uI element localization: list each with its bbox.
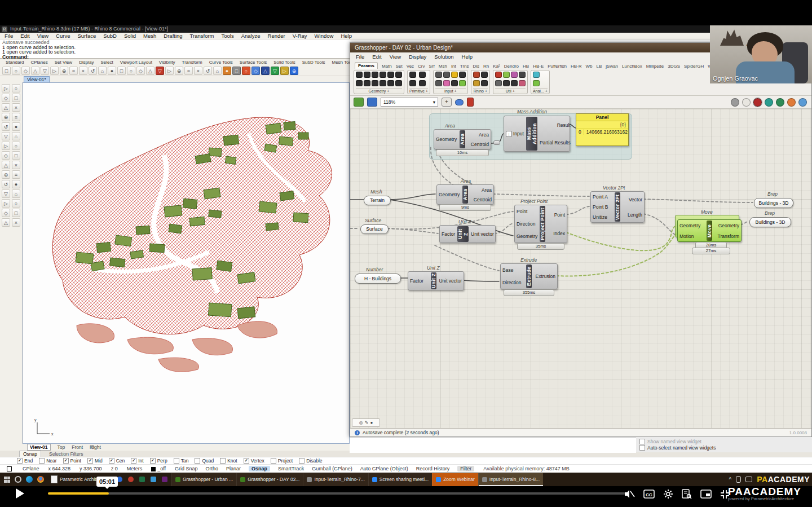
component-icon[interactable] [495, 72, 502, 78]
zoom-dynamic-icon[interactable]: ● [108, 67, 116, 75]
node-move[interactable]: GeometryMotion Move GeometryTransform [677, 219, 742, 242]
viewport-bottom-tab[interactable]: Front [72, 444, 83, 450]
osnap-checkbox[interactable]: Project [271, 458, 293, 464]
node-extrude[interactable]: BaseDirection Extrude Extrusion [500, 263, 558, 289]
rhino-toolbar-tab[interactable]: Surface Tools [240, 60, 267, 65]
port-input[interactable]: Geometry [679, 223, 700, 228]
object-snap-icon[interactable]: ↺ [204, 67, 212, 75]
rhino-toolbar-tab[interactable]: Set View [55, 60, 72, 65]
taskbar-button[interactable]: Grasshopper - Urban ... [171, 473, 236, 486]
port-output[interactable]: Index [553, 231, 565, 236]
port-input[interactable]: Unitize [593, 214, 607, 220]
palette-group-input[interactable]: Input + [433, 70, 468, 94]
rhino-menu-item[interactable]: Tools [222, 33, 234, 39]
port-input[interactable]: Geometry [517, 233, 537, 239]
grasshopper-category-tab[interactable]: Math [382, 64, 392, 69]
display-orange-icon[interactable] [787, 98, 796, 107]
viewport-bottom-tab[interactable]: Top [58, 444, 65, 450]
canvas-zoom-select[interactable]: 118%▾ [381, 98, 438, 107]
osnap-panel-tab[interactable]: Osnap [19, 451, 41, 457]
no-preview-icon[interactable] [731, 98, 739, 107]
osnap-checkbox[interactable]: ✓End [17, 458, 33, 464]
component-icon[interactable] [409, 80, 416, 86]
port-input[interactable]: Factor [442, 231, 455, 237]
taskbar-button[interactable]: Input-Terrain_Rhino-8... [478, 473, 543, 486]
component-icon[interactable] [443, 72, 450, 78]
component-icon[interactable] [356, 80, 363, 86]
component-icon[interactable] [451, 80, 458, 86]
component-icon[interactable] [533, 72, 540, 78]
port-output[interactable]: Vector [629, 197, 642, 202]
rhino-menu-item[interactable]: Render [268, 33, 285, 39]
search-icon[interactable] [14, 475, 23, 484]
hide-objects-icon[interactable]: ⊕ [175, 67, 183, 75]
component-icon[interactable] [379, 72, 386, 78]
status-toggle[interactable]: Ortho [206, 466, 219, 471]
component-icon[interactable] [481, 72, 488, 78]
rectangle-icon[interactable]: ⊕ [2, 113, 10, 121]
curve-tools-icon[interactable]: ↺ [2, 122, 10, 131]
color-wheel-icon[interactable]: ○ [242, 67, 250, 75]
grasshopper-category-tab[interactable]: LunchBox [622, 64, 642, 69]
grasshopper-category-tab[interactable]: Dis [473, 64, 480, 69]
visibility-icon[interactable]: ▷ [165, 67, 174, 75]
display-green-icon[interactable] [776, 98, 784, 107]
rotate-view-icon[interactable]: ◇ [136, 67, 145, 75]
rhino-menu-item[interactable]: V-Ray [293, 33, 307, 39]
polygon-icon[interactable]: ≡ [12, 113, 20, 121]
status-cplane[interactable]: CPlane [23, 466, 39, 471]
osnap-checkbox[interactable]: Near [39, 458, 56, 464]
rhino-toolbar-tab[interactable]: Transform [182, 60, 202, 65]
rhino-toolbar-tab[interactable]: Solid Tools [273, 60, 295, 65]
port-output[interactable]: Extrusion [536, 274, 555, 279]
grasshopper-category-tab[interactable]: Wb [585, 64, 592, 69]
compass-icon[interactable]: ◎ [359, 420, 363, 425]
progress-bar[interactable] [48, 492, 625, 495]
shaded-preview-icon[interactable] [753, 98, 762, 107]
component-icon[interactable] [519, 72, 526, 78]
chrome-icon[interactable] [36, 475, 45, 484]
display-blue-icon[interactable] [798, 98, 807, 107]
port-input[interactable]: Direction [502, 280, 522, 285]
chat-icon[interactable] [745, 477, 752, 482]
palette-group-anal-[interactable]: Anal... + [531, 70, 550, 94]
node-unit-z[interactable]: Factor Unit Z Unit vector [408, 271, 464, 290]
palette-group-util[interactable]: Util + [493, 70, 528, 94]
osnap-checkbox[interactable]: ✓Point [63, 458, 81, 464]
port-output[interactable]: Partial Results [540, 140, 571, 146]
component-icon[interactable] [533, 80, 540, 86]
wireframe-preview-icon[interactable] [742, 98, 751, 107]
port-output[interactable]: Centroid [471, 142, 489, 147]
play-button[interactable] [16, 488, 24, 499]
component-icon[interactable] [473, 80, 480, 86]
notification-icon[interactable] [126, 475, 135, 484]
earth-icon[interactable]: ▽ [271, 67, 279, 75]
sketch-pen-icon[interactable] [467, 98, 474, 107]
render-sphere-icon[interactable]: △ [261, 67, 270, 75]
display-car-icon[interactable]: ▽ [156, 67, 164, 75]
copy-icon[interactable]: ● [12, 180, 20, 188]
node-area-top[interactable]: Geometry Area AreaCentroid [434, 129, 491, 149]
component-icon[interactable] [395, 72, 402, 78]
join-icon[interactable]: ⊕ [2, 170, 10, 179]
component-icon[interactable] [372, 72, 378, 78]
rhino-menu-item[interactable]: Surface [77, 33, 96, 39]
status-toggle[interactable]: Auto CPlane (Object) [360, 466, 408, 471]
rhino-menu-item[interactable]: Drafting [164, 33, 182, 39]
grasshopper-category-tab[interactable]: Dendro [504, 64, 519, 69]
param-h-buildings[interactable]: H - Buildings [355, 274, 401, 284]
port-output[interactable]: Length [628, 212, 642, 218]
settings-gear-icon[interactable]: ▷ [280, 67, 289, 75]
component-icon[interactable] [503, 80, 510, 86]
select-icon[interactable]: ▷ [2, 84, 10, 92]
array-icon[interactable]: ○ [12, 199, 20, 208]
dimension-icon[interactable]: □ [12, 209, 20, 217]
component-icon[interactable] [356, 72, 363, 78]
component-icon[interactable] [372, 80, 378, 86]
grasshopper-menu-item[interactable]: Solution [434, 54, 453, 60]
cut-icon[interactable]: ▷ [50, 67, 59, 75]
osnap-checkbox[interactable]: Quad [195, 458, 214, 464]
speaker-icon[interactable] [149, 475, 158, 484]
component-icon[interactable] [495, 80, 502, 86]
rhino-3d-viewport[interactable]: y x [23, 82, 350, 444]
